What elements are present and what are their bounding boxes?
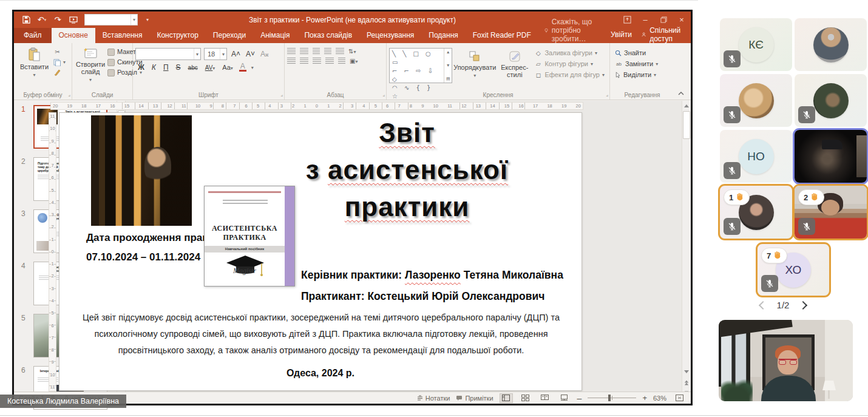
minimize-button[interactable]: – <box>636 12 654 28</box>
summary-paragraph[interactable]: Цей звіт підсумовує досвід асистенської … <box>69 310 573 359</box>
zoom-slider-thumb[interactable] <box>608 395 611 401</box>
participant-ke-tile[interactable]: КЄ <box>720 18 792 71</box>
participant-dark-video-tile[interactable] <box>795 130 867 183</box>
save-icon[interactable] <box>21 15 31 25</box>
bold-button[interactable]: Ж <box>137 63 146 72</box>
slide-canvas[interactable]: Звіт з асистенської практики Дата проход… <box>59 112 582 391</box>
share-button[interactable]: Спільний доступ <box>642 26 683 43</box>
tab-показ-слайдів[interactable]: Показ слайдів <box>297 28 359 43</box>
smartart-convert-icon[interactable]: ▣▾ <box>350 58 358 64</box>
cut-button[interactable]: ✂ <box>53 48 66 56</box>
paragraph-dialog-launcher[interactable]: ⟓ <box>382 92 385 98</box>
font-color-button[interactable]: A <box>239 63 246 72</box>
font-dialog-launcher[interactable]: ⟓ <box>280 92 283 98</box>
shapes-gallery-scroll[interactable]: ▲▼▤ <box>444 49 452 83</box>
tab-рецензування[interactable]: Рецензування <box>359 28 421 43</box>
line-spacing-icon[interactable] <box>336 48 344 55</box>
previous-slide-icon[interactable] <box>683 379 690 387</box>
numbering-icon[interactable] <box>300 48 308 55</box>
ribbon-display-options-icon[interactable] <box>618 12 636 28</box>
main-speaker-video[interactable] <box>719 320 853 401</box>
font-size-combo[interactable]: 18▾ <box>204 48 227 60</box>
undo-icon[interactable]: ↶▾ <box>37 15 47 25</box>
copy-button[interactable]: ▾ <box>53 58 66 66</box>
columns-icon[interactable] <box>338 58 345 64</box>
bullets-icon[interactable] <box>287 48 296 55</box>
clipboard-dialog-launcher[interactable]: ⟓ <box>68 92 70 98</box>
italic-button[interactable]: К <box>151 63 157 72</box>
paste-button[interactable]: Вставити▾ <box>16 46 52 81</box>
editor-scrollbar[interactable] <box>682 101 691 392</box>
restore-button[interactable] <box>654 12 673 28</box>
sign-in-link[interactable]: Увійти <box>611 30 632 39</box>
zoom-in-button[interactable]: + <box>642 393 647 402</box>
notes-button[interactable]: Нотатки <box>417 395 450 402</box>
participant-blonde-woman-tile[interactable] <box>720 74 792 127</box>
new-slide-button[interactable]: Створити слайд▾ <box>75 46 106 86</box>
participant-man-suit-tile[interactable] <box>795 18 867 71</box>
previous-page-icon[interactable] <box>758 300 767 309</box>
city-year[interactable]: Одеса, 2024 р. <box>59 368 581 379</box>
shapes-gallery[interactable]: ╲ ╲ □ ○ ▭ ⌐ ⌐ ⇨ ⇩ ◇ ◠ ∿ { } ☆ ▲▼▤ <box>389 48 452 83</box>
shape-fill-button[interactable]: ◇Заливка фігури▾ <box>534 49 605 57</box>
tab-подання[interactable]: Подання <box>421 28 465 43</box>
strikethrough-button[interactable]: S <box>175 63 182 72</box>
next-page-icon[interactable] <box>799 300 807 309</box>
customize-qat-icon[interactable]: ▾ <box>146 17 149 22</box>
participant-xo-tile[interactable]: ХО7 <box>758 244 829 296</box>
underline-button[interactable]: П <box>162 63 170 72</box>
zoom-slider[interactable] <box>588 398 636 398</box>
change-case-button[interactable]: Aa▾ <box>221 64 234 71</box>
scroll-down-icon[interactable] <box>683 368 690 376</box>
increase-indent-icon[interactable] <box>324 48 331 55</box>
text-direction-icon[interactable]: ⇅▾ <box>348 48 356 55</box>
tab-переходи[interactable]: Переходи <box>206 28 253 43</box>
qat-combobox[interactable]: ▾ <box>84 14 138 25</box>
participant-hand-2-tile[interactable]: 2 <box>795 186 867 239</box>
tab-анімація[interactable]: Анімація <box>253 28 297 43</box>
shape-outline-button[interactable]: ▱Контур фігури▾ <box>534 60 605 68</box>
slideshow-view-button[interactable] <box>558 393 571 403</box>
tab-основне[interactable]: Основне <box>52 28 95 43</box>
align-center-icon[interactable] <box>300 58 308 64</box>
slide-sorter-view-button[interactable] <box>519 393 532 403</box>
find-button[interactable]: Знайти <box>615 49 658 57</box>
fit-to-window-icon[interactable] <box>673 393 686 403</box>
comments-button[interactable]: Примітки <box>456 395 493 402</box>
font-color-caret[interactable]: ▾ <box>251 65 254 70</box>
tab-файл[interactable]: Файл <box>14 28 52 43</box>
clear-formatting-button[interactable]: A𝄪 <box>259 50 270 58</box>
start-slideshow-icon[interactable] <box>69 15 78 25</box>
grow-font-button[interactable]: A˄ <box>230 50 242 58</box>
align-left-icon[interactable] <box>287 58 296 64</box>
participant-hand-1-tile[interactable]: 1 <box>720 186 792 239</box>
tab-foxit-reader-pdf[interactable]: Foxit Reader PDF <box>466 28 538 43</box>
scroll-up-icon[interactable] <box>683 102 690 110</box>
close-button[interactable]: × <box>673 12 691 28</box>
font-name-combo[interactable]: ▾ <box>135 48 201 60</box>
collapse-ribbon-icon[interactable] <box>677 91 686 97</box>
tab-конструктор[interactable]: Конструктор <box>149 28 205 43</box>
drawing-dialog-launcher[interactable]: ⟓ <box>606 92 608 98</box>
reading-view-button[interactable] <box>538 393 552 403</box>
tab-вставлення[interactable]: Вставлення <box>95 28 150 43</box>
format-painter-button[interactable] <box>53 69 66 76</box>
normal-view-button[interactable] <box>500 393 513 403</box>
redo-icon[interactable]: ↷ <box>53 15 63 25</box>
shape-effects-button[interactable]: ◻Ефекти для фігур▾ <box>534 71 605 79</box>
scroll-thumb[interactable] <box>683 111 690 139</box>
align-right-icon[interactable] <box>313 58 321 64</box>
quick-styles-button[interactable]: Експрес-стилі <box>497 46 532 80</box>
participant-outdoor-tile[interactable] <box>795 74 867 127</box>
select-button[interactable]: Виділити▾ <box>615 71 658 79</box>
tell-me-box[interactable]: Скажіть, що потрібно зробити… <box>544 18 611 43</box>
strike-alt-button[interactable]: abc <box>187 64 199 71</box>
replace-button[interactable]: abЗамінити▾ <box>615 60 658 68</box>
zoom-out-button[interactable]: – <box>577 393 582 403</box>
character-spacing-button[interactable]: AV▾ <box>204 64 217 71</box>
shrink-font-button[interactable]: A˅ <box>245 50 256 58</box>
participant-no-tile[interactable]: НО <box>720 130 792 183</box>
justify-icon[interactable] <box>325 58 334 64</box>
people-block[interactable]: Керівник практики: Лазоренко Тетяна Мико… <box>301 265 563 307</box>
decrease-indent-icon[interactable] <box>313 48 320 55</box>
